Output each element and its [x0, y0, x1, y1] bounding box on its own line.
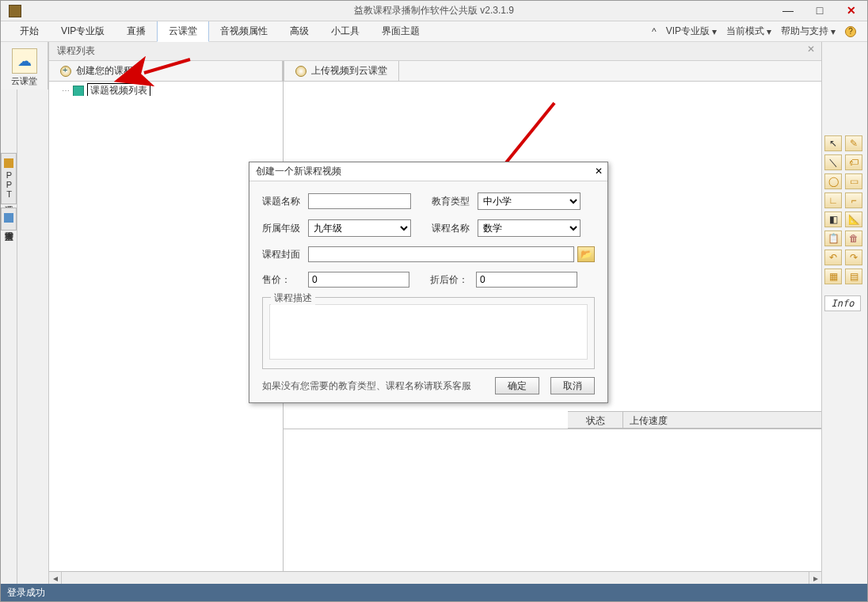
cloud-icon: ☁	[12, 48, 37, 74]
create-course-dialog: 创建一个新课程视频 ✕ 课题名称 教育类型 中小学 所属年级 九年级 课程名称 …	[249, 162, 608, 403]
legend-description: 课程描述	[271, 291, 315, 305]
dialog-title: 创建一个新课程视频	[256, 165, 341, 178]
folder-open-icon: 📂	[581, 249, 592, 260]
menu-start[interactable]: 开始	[9, 21, 50, 41]
statusbar: 登录成功	[1, 584, 867, 601]
menu-cloud-class[interactable]: 云课堂	[157, 21, 209, 42]
help-icon[interactable]: ?	[845, 26, 856, 37]
tool-axis-icon[interactable]: ∟	[824, 192, 842, 208]
info-button[interactable]: Info	[824, 295, 861, 311]
window-controls: — □ ✕	[772, 1, 867, 20]
globe-plus-icon	[60, 66, 71, 77]
chat-icon	[4, 213, 13, 223]
status-text: 登录成功	[7, 586, 45, 600]
menu-right-help[interactable]: 帮助与支持 ▾	[776, 25, 840, 38]
tool-eraser-icon[interactable]: ◧	[824, 211, 842, 227]
caret-down-icon: ▾	[831, 26, 836, 37]
cloud-class-button[interactable]: ☁ 云课堂	[6, 45, 44, 90]
minimize-button[interactable]: —	[772, 1, 804, 20]
upload-table-header: 状态 上传速度	[568, 411, 821, 429]
label-grade: 所属年级	[262, 222, 308, 235]
ok-button[interactable]: 确定	[495, 377, 539, 394]
side-tabs: PPT课件 直播聊天室	[1, 90, 17, 584]
menu-theme[interactable]: 界面主题	[371, 21, 431, 41]
create-course-button[interactable]: 创建您的课程	[49, 61, 283, 81]
dialog-close-button[interactable]: ✕	[595, 166, 603, 177]
menu-advanced[interactable]: 高级	[279, 21, 320, 41]
panel-toolbar: 创建您的课程	[49, 61, 283, 82]
window-title: 益教课程录播制作软件公共版 v2.3.1.9	[1, 4, 867, 17]
label-subject: 课程名称	[432, 222, 478, 235]
menu-live[interactable]: 直播	[116, 21, 157, 41]
edu-type-select[interactable]: 中小学	[478, 192, 581, 210]
tool-pencil-icon[interactable]: ✎	[845, 135, 862, 151]
label-cover: 课程封面	[262, 248, 308, 261]
side-tab-chat[interactable]: 直播聊天室	[1, 208, 17, 231]
menu-right-chevron-icon: ^	[647, 26, 661, 37]
description-textarea[interactable]	[269, 304, 588, 360]
tool-undo-icon[interactable]: ↶	[824, 250, 842, 265]
expander-icon[interactable]: ⋯	[62, 86, 70, 95]
scroll-right-icon[interactable]: ▸	[809, 572, 821, 584]
globe-upload-icon	[295, 66, 306, 77]
upload-video-button[interactable]: 上传视频到云课堂	[284, 61, 399, 81]
menubar: 开始 VIP专业版 直播 云课堂 音视频属性 高级 小工具 界面主题 ^ VIP…	[1, 21, 867, 42]
tool-line-icon[interactable]: ＼	[824, 154, 842, 170]
menu-av-props[interactable]: 音视频属性	[209, 21, 279, 41]
description-groupbox: 课程描述	[262, 297, 595, 369]
tool-delete-icon[interactable]: 🗑	[845, 231, 862, 246]
price-input[interactable]	[308, 272, 409, 288]
discount-input[interactable]	[476, 272, 577, 288]
menu-vip[interactable]: VIP专业版	[50, 21, 116, 41]
right-rail: ↖✎ ＼🏷 ◯▭ ∟⌐ ◧📐 📋🗑 ↶↷ ▦▤ Info	[821, 42, 867, 584]
cover-input[interactable]	[308, 246, 574, 262]
subject-select[interactable]: 数学	[478, 219, 581, 237]
titlebar: 益教课程录播制作软件公共版 v2.3.1.9 — □ ✕	[1, 1, 867, 21]
browse-button[interactable]: 📂	[577, 246, 595, 262]
panel-close-icon[interactable]: ✕	[807, 44, 815, 55]
tool-rect-icon[interactable]: ▭	[845, 173, 862, 189]
ppt-icon	[4, 158, 13, 168]
tool-note-icon[interactable]: ▤	[845, 269, 862, 284]
label-discount: 折后价：	[430, 273, 476, 287]
menu-tools[interactable]: 小工具	[320, 21, 371, 41]
dialog-titlebar: 创建一个新课程视频 ✕	[249, 162, 607, 181]
cancel-button[interactable]: 取消	[550, 377, 595, 394]
tool-box-icon[interactable]: ▦	[824, 269, 842, 284]
tool-arrow-icon[interactable]: ↖	[824, 135, 842, 151]
col-speed: 上传速度	[623, 412, 821, 428]
tool-axis2-icon[interactable]: ⌐	[845, 192, 862, 208]
tool-ellipse-icon[interactable]: ◯	[824, 173, 842, 189]
video-list-icon	[73, 86, 84, 97]
side-tab-ppt[interactable]: PPT课件	[1, 153, 17, 204]
tool-copy-icon[interactable]: 📋	[824, 231, 842, 246]
label-course-name: 课题名称	[262, 195, 308, 208]
course-name-input[interactable]	[308, 193, 411, 209]
caret-down-icon: ▾	[712, 26, 717, 37]
label-price: 售价：	[262, 273, 308, 287]
close-button[interactable]: ✕	[836, 1, 867, 20]
menu-right-mode[interactable]: 当前模式 ▾	[721, 25, 776, 38]
app-icon	[9, 5, 21, 17]
col-status: 状态	[568, 412, 623, 428]
left-rail: ☁ 云课堂	[1, 42, 48, 90]
tool-ruler-icon[interactable]: 📐	[845, 211, 862, 227]
scroll-left-icon[interactable]: ◂	[49, 572, 62, 584]
panel-title-bar: 课程列表 ✕	[49, 42, 821, 61]
menu-right-vip[interactable]: VIP专业版 ▾	[661, 25, 721, 38]
panel-title: 课程列表	[57, 45, 95, 56]
label-edu-type: 教育类型	[432, 195, 478, 208]
maximize-button[interactable]: □	[804, 1, 836, 20]
tool-tag-icon[interactable]: 🏷	[845, 154, 862, 170]
caret-down-icon: ▾	[767, 26, 771, 37]
dialog-hint: 如果没有您需要的教育类型、课程名称请联系客服	[262, 379, 484, 393]
bottom-scrollbar[interactable]: ◂ ▸	[49, 571, 821, 584]
grade-select[interactable]: 九年级	[308, 219, 411, 237]
tool-redo-icon[interactable]: ↷	[845, 250, 862, 265]
